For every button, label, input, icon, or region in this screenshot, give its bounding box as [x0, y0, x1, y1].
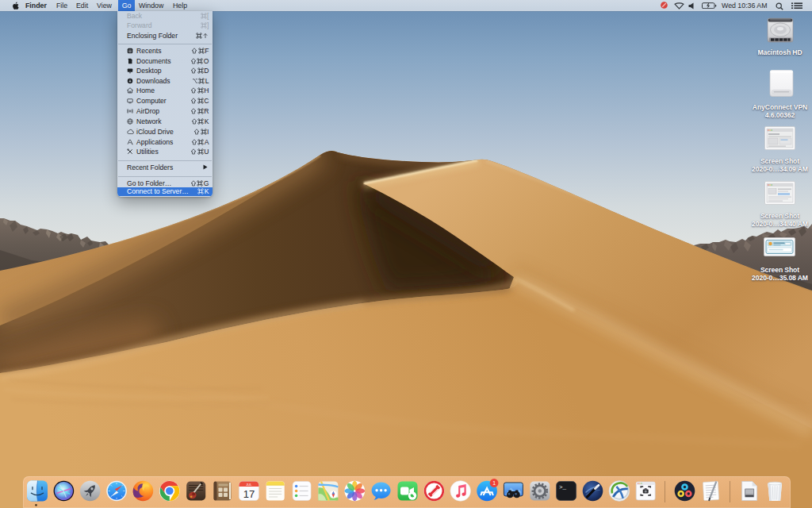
- svg-text:1: 1: [492, 480, 496, 486]
- svg-text:JUL: JUL: [246, 483, 252, 487]
- svg-text:17: 17: [243, 488, 255, 500]
- svg-text:>_: >_: [559, 484, 567, 491]
